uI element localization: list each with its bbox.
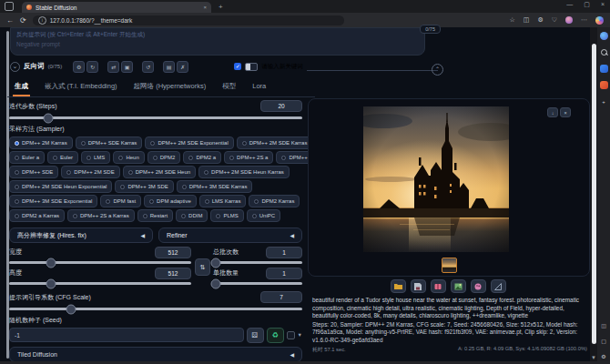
cfg-slider[interactable]: [9, 308, 302, 310]
width-slider-thumb[interactable]: [46, 258, 56, 268]
kw-checkbox[interactable]: ✓: [234, 63, 241, 70]
close-button[interactable]: ×: [601, 1, 605, 8]
sampler-option[interactable]: PLMS: [210, 209, 243, 222]
send-to-extras-button[interactable]: [491, 279, 506, 293]
url-bar[interactable]: i 127.0.0.1:7860/?__theme=dark: [33, 15, 344, 25]
height-slider-thumb[interactable]: [46, 278, 56, 288]
tab-close-icon[interactable]: ×: [203, 5, 207, 10]
batch-size-slider[interactable]: [213, 282, 302, 285]
essentials-icon[interactable]: ♡: [552, 16, 557, 24]
sampler-option[interactable]: DPM++ 2M Karras: [9, 136, 73, 149]
width-input[interactable]: 512: [155, 247, 191, 258]
sampler-option[interactable]: DPM++ SDE Karras: [76, 136, 143, 149]
refiner-accordion[interactable]: Refiner ◀: [158, 228, 302, 243]
tiled-diffusion-accordion[interactable]: Tiled Diffusion ◀: [9, 347, 302, 362]
steps-slider[interactable]: [9, 116, 302, 119]
kw-grid-button[interactable]: ▣: [121, 61, 133, 73]
sidebar-search-icon[interactable]: [600, 48, 608, 56]
sampler-option[interactable]: LMS: [81, 151, 110, 164]
kw-toggle[interactable]: [245, 63, 258, 71]
page-scrollbar[interactable]: ▼: [590, 27, 597, 364]
scrollbar-thumb[interactable]: [592, 44, 596, 344]
sidebar-screenshot-icon[interactable]: ◫: [600, 321, 608, 329]
tab-lora[interactable]: Lora: [250, 78, 268, 96]
sampler-option[interactable]: DPM++ 2S a Karras: [67, 209, 135, 222]
new-tab-button[interactable]: +: [219, 3, 223, 11]
kw-delete-button[interactable]: ✗: [177, 61, 188, 73]
sampler-option[interactable]: DPM++ 3M SDE Exponential: [9, 195, 97, 207]
kw-history-button[interactable]: ↺: [142, 61, 154, 73]
hires-fix-accordion[interactable]: 高分辨率修复 (Hires. fix) ◀: [9, 228, 153, 243]
kw-translate-button[interactable]: ⇄: [107, 61, 119, 73]
sampler-option[interactable]: DPM++ 2M SDE Heun Exponential: [9, 180, 112, 193]
generated-image[interactable]: [363, 106, 509, 252]
sampler-option[interactable]: Euler: [47, 151, 78, 164]
send-to-img2img-button[interactable]: [451, 279, 466, 293]
sidebar-app-icon[interactable]: [600, 65, 608, 73]
sampler-option[interactable]: DPM2 a: [183, 151, 221, 164]
width-slider[interactable]: [9, 261, 191, 264]
sampler-option[interactable]: DPM adaptive: [144, 195, 197, 207]
cfg-slider-thumb[interactable]: [66, 304, 76, 314]
kw-input-field[interactable]: [307, 70, 438, 71]
more-menu-icon[interactable]: ⋯: [581, 16, 587, 24]
seed-input[interactable]: -1: [9, 328, 244, 342]
sampler-option[interactable]: DPM++ 2M SDE Heun: [123, 166, 196, 178]
site-info-icon[interactable]: i: [38, 16, 46, 25]
kw-refresh-button[interactable]: ↻: [86, 61, 98, 73]
sampler-option[interactable]: DPM++ 2S a: [224, 151, 273, 164]
cfg-scale-input[interactable]: 7: [260, 291, 302, 303]
reuse-seed-button[interactable]: ♻: [267, 328, 284, 343]
sidebar-copilot-icon[interactable]: [600, 32, 608, 40]
sidebar-box-icon[interactable]: ▢: [600, 337, 608, 345]
sampler-option[interactable]: LMS Karras: [199, 195, 247, 207]
sampler-option[interactable]: DPM2: [147, 151, 181, 164]
kw-copy-button[interactable]: ▤: [163, 61, 175, 73]
download-image-icon[interactable]: ↓: [547, 107, 558, 117]
panel-collapse-icon[interactable]: ⌃: [432, 64, 443, 76]
gallery-thumbnail[interactable]: [442, 258, 457, 273]
minimize-button[interactable]: —: [566, 1, 573, 8]
sampler-option[interactable]: DPM fast: [100, 195, 141, 207]
sampler-option[interactable]: DPM++ 2M SDE: [61, 166, 119, 178]
sampler-option[interactable]: DPM++ 2M SDE Karras: [237, 136, 313, 149]
random-seed-button[interactable]: ⚄: [247, 328, 264, 343]
kw-settings-button[interactable]: ⚙: [73, 61, 85, 73]
copilot-icon[interactable]: [595, 16, 604, 25]
height-input[interactable]: 512: [155, 268, 191, 279]
steps-slider-thumb[interactable]: [44, 113, 54, 123]
batch-size-input[interactable]: 1: [266, 268, 302, 279]
seed-dropdown-icon[interactable]: ▼: [298, 332, 302, 338]
scrollbar-arrow-icon[interactable]: ▼: [590, 355, 597, 360]
browser-tab[interactable]: Stable Diffusion ×: [22, 2, 211, 13]
close-gallery-icon[interactable]: ×: [560, 107, 571, 117]
negative-prompt-textarea[interactable]: 反向提示词 (按 Ctrl+Enter 或 Alt+Enter 开始生成) Ne…: [10, 27, 425, 56]
sampler-option[interactable]: DPM2 a Karras: [9, 209, 65, 222]
sampler-option[interactable]: Restart: [137, 209, 173, 222]
save-zip-button[interactable]: [431, 279, 446, 293]
sampler-option[interactable]: DPM++ 3M SDE Karras: [177, 180, 253, 193]
steps-input[interactable]: 20: [260, 100, 302, 112]
open-folder-button[interactable]: [391, 279, 406, 293]
sampler-option[interactable]: UniPC: [247, 209, 280, 222]
save-image-button[interactable]: [411, 279, 426, 293]
sidebar-settings-icon[interactable]: ⚙: [600, 352, 608, 360]
sampler-option[interactable]: DPM2 Karras: [249, 195, 300, 207]
tab-generate[interactable]: 生成: [13, 78, 30, 96]
refresh-button[interactable]: ⟳: [20, 16, 26, 25]
sidebar-add-icon[interactable]: +: [600, 97, 608, 106]
swap-dimensions-button[interactable]: ⇅: [195, 258, 210, 276]
seed-extra-checkbox[interactable]: [287, 331, 295, 339]
sampler-option[interactable]: Heun: [113, 151, 144, 164]
tab-embedding[interactable]: 嵌入式 (T.I. Embedding): [43, 78, 119, 96]
back-button[interactable]: ←: [6, 16, 14, 25]
batch-size-slider-thumb[interactable]: [210, 278, 220, 288]
split-screen-icon[interactable]: ◫: [524, 16, 530, 24]
sampler-option[interactable]: Euler a: [9, 151, 45, 164]
batch-count-slider[interactable]: [213, 261, 302, 264]
sampler-option[interactable]: DDIM: [176, 209, 208, 222]
maximize-button[interactable]: ▢: [584, 1, 590, 8]
tab-checkpoints[interactable]: 模型: [220, 78, 238, 96]
tab-hypernetworks[interactable]: 超网络 (Hypernetworks): [132, 78, 208, 96]
tab-actions-icon[interactable]: [5, 2, 14, 11]
